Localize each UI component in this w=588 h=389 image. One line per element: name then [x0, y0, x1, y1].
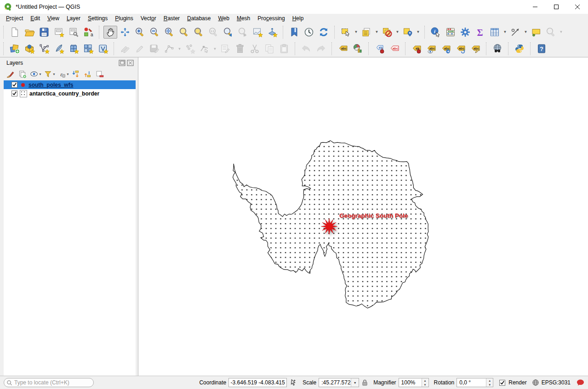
scale-dropdown-arrow[interactable]: ▼ [351, 378, 359, 387]
menu-plugins[interactable]: Plugins [111, 14, 137, 23]
select-rectangle-dropdown-arrow[interactable]: ▼ [353, 26, 359, 39]
layer-labeling-button[interactable]: abc [336, 42, 350, 55]
lp-expand-button[interactable] [70, 69, 82, 80]
lp-themes-dropdown-arrow[interactable]: ▼ [39, 73, 42, 76]
map-tips-button[interactable] [529, 26, 543, 39]
label-highlight-button[interactable]: abc [388, 42, 401, 55]
python-console-button[interactable] [513, 42, 526, 55]
measure-dropdown-arrow[interactable]: ▼ [523, 26, 529, 39]
bookmarks-button[interactable] [287, 26, 301, 39]
label-edit-button[interactable]: abc [468, 42, 482, 55]
maximize-button[interactable] [546, 0, 567, 14]
layer-diagram-button[interactable] [351, 42, 365, 55]
select-rectangle-button[interactable] [339, 26, 353, 39]
new-memory-layer-button[interactable] [96, 42, 110, 55]
new-virtual-layer-button[interactable] [81, 42, 95, 55]
menu-processing[interactable]: Processing [254, 14, 288, 23]
layer-visibility-checkbox[interactable] [11, 90, 17, 96]
menu-database[interactable]: Database [183, 14, 214, 23]
undock-panel-icon[interactable] [119, 60, 126, 66]
crs-globe-icon[interactable] [532, 379, 539, 386]
close-button[interactable] [567, 0, 588, 14]
refresh-button[interactable] [317, 26, 331, 39]
messages-icon[interactable] [577, 379, 584, 386]
menu-layer[interactable]: Layer [63, 14, 84, 23]
deselect-all-button[interactable] [380, 26, 394, 39]
locator-search-input[interactable]: Type to locate (Ctrl+K) [4, 378, 94, 387]
zoom-in-button[interactable] [133, 26, 147, 39]
field-calculator-button[interactable] [444, 26, 457, 39]
crs-status[interactable]: EPSG:3031 [542, 379, 571, 386]
select-by-location-button[interactable] [401, 26, 415, 39]
zoom-full-button[interactable] [162, 26, 176, 39]
zoom-to-layer-button[interactable] [192, 26, 206, 39]
zoom-out-button[interactable] [148, 26, 161, 39]
new-print-layout-button[interactable] [52, 26, 66, 39]
layer-item-antarctica_country_border[interactable]: antarctica_country_border [4, 89, 136, 98]
menu-help[interactable]: Help [289, 14, 308, 23]
magnifier-spinbox[interactable]: 100%▲▼ [399, 378, 429, 387]
menu-edit[interactable]: Edit [27, 14, 44, 23]
metasearch-button[interactable] [491, 42, 504, 55]
label-pin-blue-button[interactable]: ab [373, 42, 387, 55]
rotation-spinbox[interactable]: 0,0 °▲▼ [457, 378, 493, 387]
save-project-button[interactable] [37, 26, 51, 39]
label-pin-button[interactable]: ab [410, 42, 423, 55]
label-show-hide-button[interactable]: abc [424, 42, 438, 55]
lp-expression-dropdown-arrow[interactable]: ▼ [66, 73, 70, 76]
layer-visibility-checkbox[interactable] [11, 82, 17, 88]
select-features-by-value-button[interactable] [360, 26, 373, 39]
magnifier-spin-arrows[interactable]: ▲▼ [422, 378, 428, 387]
layer-item-south_poles_wfs[interactable]: south_poles_wfs [4, 80, 136, 89]
menu-view[interactable]: View [44, 14, 63, 23]
menu-vector[interactable]: Vector [137, 14, 160, 23]
map-canvas[interactable]: Geographic South Pole [138, 57, 588, 376]
menu-raster[interactable]: Raster [160, 14, 183, 23]
lp-remove-button[interactable] [94, 69, 106, 80]
new-mesh-layer-button[interactable] [67, 42, 80, 55]
zoom-last-button[interactable] [221, 26, 235, 39]
new-shapefile-button[interactable] [37, 42, 51, 55]
menu-web[interactable]: Web [214, 14, 233, 23]
lp-style-button[interactable] [5, 69, 17, 80]
deselect-all-dropdown-arrow[interactable]: ▼ [394, 26, 400, 39]
lp-collapse-button[interactable] [82, 69, 94, 80]
identify-features-button[interactable]: i [429, 26, 443, 39]
measure-button[interactable] [508, 26, 522, 39]
lp-add-group-button[interactable] [17, 69, 29, 80]
style-manager-button[interactable]: a [81, 26, 95, 39]
zoom-to-selection-button[interactable] [177, 26, 191, 39]
help-contents-button[interactable]: ? [535, 42, 548, 55]
label-move-button[interactable]: abc [439, 42, 453, 55]
minimize-button[interactable] [525, 0, 546, 14]
pan-map-button[interactable] [103, 26, 117, 39]
new-geopackage-button[interactable] [23, 42, 36, 55]
menu-settings[interactable]: Settings [84, 14, 111, 23]
extents-toggle-icon[interactable] [289, 378, 297, 387]
attribute-table-button[interactable] [488, 26, 502, 39]
rotation-spin-arrows[interactable]: ▲▼ [486, 378, 493, 387]
processing-toolbox-button[interactable] [458, 26, 472, 39]
select-by-location-dropdown-arrow[interactable]: ▼ [415, 26, 421, 39]
open-project-button[interactable] [23, 26, 36, 39]
coordinate-input[interactable]: -3.646.519 -4.083.415 [228, 378, 287, 387]
select-features-by-value-dropdown-arrow[interactable]: ▼ [374, 26, 380, 39]
render-checkbox[interactable] [499, 380, 505, 386]
lp-filter-dropdown-arrow[interactable]: ▼ [52, 73, 56, 76]
label-rotate-button[interactable]: abc [454, 42, 468, 55]
close-panel-icon[interactable] [127, 60, 134, 66]
new-project-button[interactable] [8, 26, 22, 39]
scale-combobox[interactable]: :45.277.572▼ [319, 378, 359, 387]
menu-mesh[interactable]: Mesh [233, 14, 254, 23]
layout-manager-button[interactable] [67, 26, 80, 39]
lock-scale-icon[interactable] [361, 379, 368, 386]
temporal-controller-button[interactable] [302, 26, 316, 39]
new-3d-map-view-button[interactable] [265, 26, 279, 39]
pan-to-selection-button[interactable] [118, 26, 132, 39]
menu-project[interactable]: Project [2, 14, 27, 23]
data-source-manager-button[interactable] [8, 42, 22, 55]
statistical-summary-button[interactable]: Σ [473, 26, 487, 39]
new-map-view-button[interactable] [251, 26, 264, 39]
new-spatialite-button[interactable] [52, 42, 66, 55]
attribute-table-dropdown-arrow[interactable]: ▼ [502, 26, 508, 39]
